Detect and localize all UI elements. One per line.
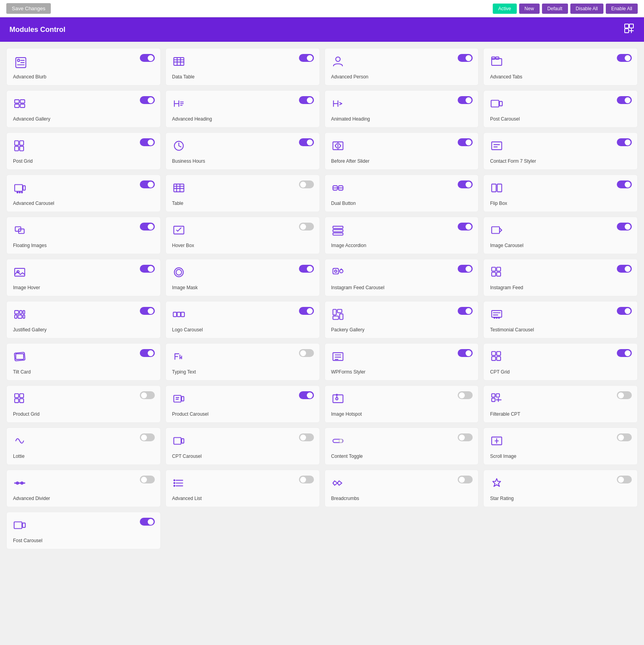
- module-toggle[interactable]: [299, 96, 314, 106]
- svg-rect-79: [492, 272, 496, 276]
- svg-rect-80: [497, 272, 501, 276]
- svg-rect-88: [177, 312, 181, 316]
- module-toggle[interactable]: [458, 180, 473, 190]
- svg-rect-16: [496, 57, 499, 59]
- enable-all-button[interactable]: Enable All: [606, 4, 638, 14]
- module-toggle[interactable]: [617, 223, 632, 232]
- module-card: Star Rating: [483, 470, 638, 507]
- module-name: Image Carousel: [490, 243, 523, 248]
- svg-rect-83: [23, 310, 25, 314]
- module-toggle[interactable]: [617, 180, 632, 190]
- module-card: Tilt Card: [6, 343, 161, 381]
- module-toggle[interactable]: [458, 96, 473, 106]
- module-name: Table: [172, 201, 184, 206]
- module-toggle[interactable]: [299, 349, 314, 359]
- svg-rect-86: [23, 315, 25, 318]
- save-button[interactable]: Save Changes: [6, 3, 51, 14]
- module-toggle[interactable]: [140, 223, 155, 232]
- module-toggle[interactable]: [299, 391, 314, 401]
- module-toggle[interactable]: [140, 307, 155, 316]
- module-toggle[interactable]: [299, 307, 314, 316]
- module-name: Before After Slider: [331, 158, 369, 164]
- module-toggle[interactable]: [617, 96, 632, 106]
- module-name: Business Hours: [172, 158, 205, 164]
- module-toggle[interactable]: [617, 476, 632, 485]
- module-toggle[interactable]: [458, 138, 473, 148]
- module-toggle[interactable]: [617, 307, 632, 316]
- cf7-icon: [490, 139, 503, 154]
- module-toggle[interactable]: [458, 349, 473, 359]
- svg-rect-31: [499, 101, 502, 106]
- svg-rect-84: [15, 315, 17, 318]
- module-name: Advanced Tabs: [490, 74, 522, 80]
- module-toggle[interactable]: [140, 96, 155, 106]
- module-toggle[interactable]: [299, 433, 314, 443]
- module-toggle[interactable]: [299, 223, 314, 232]
- packery-icon: [331, 308, 345, 323]
- module-card: Packery Gallery: [325, 301, 479, 338]
- default-button[interactable]: Default: [542, 4, 568, 14]
- module-card: Business Hours: [165, 132, 320, 170]
- svg-line-69: [500, 230, 502, 232]
- contenttoggle-icon: [331, 434, 345, 450]
- module-card: Advanced Gallery: [6, 90, 161, 128]
- module-toggle[interactable]: [617, 138, 632, 148]
- module-toggle[interactable]: [299, 476, 314, 485]
- module-name: Filterable CPT: [490, 411, 520, 417]
- filterablecpt-icon: [490, 392, 503, 407]
- module-toggle[interactable]: [617, 265, 632, 274]
- new-button[interactable]: New: [519, 4, 540, 14]
- module-toggle[interactable]: [458, 391, 473, 401]
- module-toggle[interactable]: [140, 349, 155, 359]
- module-toggle[interactable]: [140, 138, 155, 148]
- module-toggle[interactable]: [140, 518, 155, 527]
- module-card: Flip Box: [483, 175, 638, 212]
- module-toggle[interactable]: [458, 223, 473, 232]
- active-button[interactable]: Active: [493, 4, 517, 14]
- module-toggle[interactable]: [617, 433, 632, 443]
- module-toggle[interactable]: [140, 476, 155, 485]
- module-toggle[interactable]: [299, 54, 314, 63]
- lottie-icon: [13, 434, 26, 450]
- wpforms-icon: [331, 350, 345, 365]
- module-toggle[interactable]: [458, 433, 473, 443]
- module-card: Testimonial Carousel: [483, 301, 638, 338]
- fostcarousel-icon: [13, 519, 26, 534]
- productcarousel-icon: [172, 392, 186, 407]
- svg-rect-91: [337, 309, 341, 313]
- disable-all-button[interactable]: Disable All: [570, 4, 603, 14]
- flipbox-icon: [490, 181, 503, 197]
- module-toggle[interactable]: [140, 391, 155, 401]
- module-card: Logo Carousel: [165, 301, 320, 338]
- svg-rect-82: [20, 310, 22, 314]
- module-toggle[interactable]: [140, 54, 155, 63]
- module-card: CPT Grid: [483, 343, 638, 381]
- module-toggle[interactable]: [617, 391, 632, 401]
- svg-rect-109: [497, 357, 501, 361]
- module-name: Hover Box: [172, 243, 194, 248]
- module-toggle[interactable]: [299, 138, 314, 148]
- svg-rect-74: [333, 268, 338, 274]
- module-toggle[interactable]: [140, 180, 155, 190]
- module-toggle[interactable]: [299, 180, 314, 190]
- module-toggle[interactable]: [458, 307, 473, 316]
- module-toggle[interactable]: [458, 54, 473, 63]
- module-toggle[interactable]: [140, 265, 155, 274]
- module-card: Scroll Image: [483, 428, 638, 465]
- module-toggle[interactable]: [617, 54, 632, 63]
- module-card: Animated Heading: [325, 90, 479, 128]
- module-card: Dual Button: [325, 175, 479, 212]
- scrollimage-icon: [490, 434, 503, 450]
- svg-rect-34: [15, 146, 19, 151]
- module-toggle[interactable]: [617, 349, 632, 359]
- module-toggle[interactable]: [140, 433, 155, 443]
- module-toggle[interactable]: [458, 265, 473, 274]
- module-card: Content Toggle: [325, 428, 479, 465]
- module-toggle[interactable]: [458, 476, 473, 485]
- module-card: Lottie: [6, 428, 161, 465]
- module-name: Animated Heading: [331, 116, 370, 122]
- svg-rect-35: [20, 146, 24, 151]
- module-card: CPT Carousel: [165, 428, 320, 465]
- module-name: Advanced List: [172, 496, 202, 501]
- module-toggle[interactable]: [299, 265, 314, 274]
